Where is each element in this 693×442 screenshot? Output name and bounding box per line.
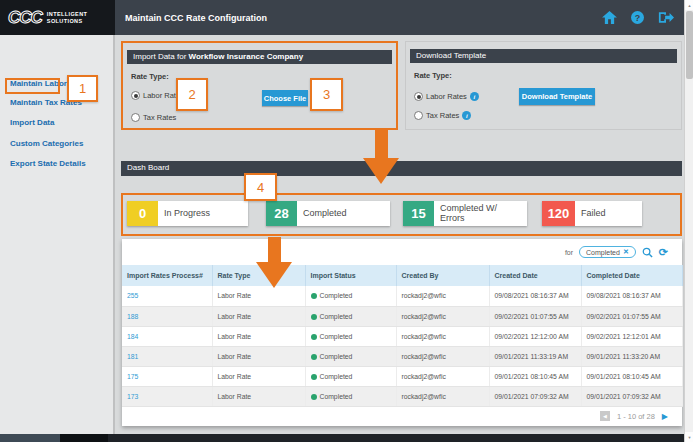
radio-unselected-icon[interactable] — [131, 113, 140, 122]
help-icon[interactable]: ? — [631, 11, 644, 24]
failed-count: 120 — [542, 201, 575, 226]
stat-card-in-progress: 0 In Progress — [127, 201, 248, 226]
bottom-bar-segment — [0, 434, 60, 442]
annotation-step-2: 2 — [176, 78, 208, 111]
status-dot-icon — [311, 394, 317, 400]
chip-close-icon[interactable]: ✕ — [623, 248, 629, 256]
process-link[interactable]: 175 — [127, 373, 138, 380]
vertical-scrollbar[interactable]: ▲ ▼ — [684, 0, 693, 442]
home-icon[interactable] — [602, 11, 617, 24]
table-row: 184 Labor Rate Completed rockadj2@wfic 0… — [122, 326, 682, 346]
status-text: Completed — [320, 353, 353, 360]
download-labor-rates-radio[interactable]: Labor Rates i — [414, 92, 479, 101]
logout-icon[interactable] — [658, 11, 674, 24]
in-progress-count: 0 — [127, 201, 158, 226]
col-import-status[interactable]: Import Status — [305, 265, 396, 286]
annotation-step-1: 1 — [67, 75, 98, 102]
annotation-step-3: 3 — [310, 78, 343, 111]
dashboard-header: Dash Board — [121, 161, 682, 176]
table-row: 175 Labor Rate Completed rockadj2@wfic 0… — [122, 366, 682, 386]
col-created-date[interactable]: Created Date — [489, 265, 581, 286]
app-logo: CCC INTELLIGENT SOLUTIONS — [0, 0, 115, 35]
download-tax-rates-radio[interactable]: Tax Rates i — [414, 111, 471, 120]
sidebar-item-export-state-details[interactable]: Export State Details — [10, 159, 86, 168]
status-text: Completed — [320, 292, 353, 299]
stat-card-failed: 120 Failed — [542, 201, 642, 226]
process-link[interactable]: 184 — [127, 333, 138, 340]
import-history-table: Import Rates Process# Rate Type Import S… — [122, 265, 683, 407]
radio-selected-icon[interactable] — [131, 91, 140, 100]
import-history-table-panel: for Completed ✕ ⟳ Import Rates Process# … — [122, 239, 682, 426]
completed-count: 28 — [266, 201, 297, 226]
table-row: 188 Labor Rate Completed rockadj2@wfic 0… — [122, 306, 682, 326]
process-link[interactable]: 255 — [127, 292, 138, 299]
ccc-logo-icon: CCC — [8, 8, 42, 28]
sidebar-item-import-data[interactable]: Import Data — [10, 118, 54, 127]
download-template-panel: Download Template Rate Type: Labor Rates… — [405, 41, 682, 130]
top-header-bar: Maintain CCC Rate Configuration ? — [115, 0, 684, 35]
logo-tagline: INTELLIGENT SOLUTIONS — [47, 11, 87, 24]
sidebar-item-custom-categories[interactable]: Custom Categories — [10, 139, 83, 148]
status-dot-icon — [311, 314, 317, 320]
download-template-button[interactable]: Download Template — [519, 88, 595, 105]
process-link[interactable]: 188 — [127, 313, 138, 320]
radio-selected-icon[interactable] — [414, 92, 423, 101]
status-text: Completed — [320, 333, 353, 340]
company-name: Workflow Insurance Company — [189, 52, 304, 61]
status-text: Completed — [320, 373, 353, 380]
table-row: 173 Labor Rate Completed rockadj2@wfic 0… — [122, 386, 682, 406]
bottom-edge-bar — [0, 434, 693, 442]
choose-file-button[interactable]: Choose File — [262, 90, 308, 106]
pagination-range: 1 - 10 of 28 — [617, 412, 655, 421]
process-link[interactable]: 181 — [127, 353, 138, 360]
page-title: Maintain CCC Rate Configuration — [125, 13, 267, 23]
import-rate-type-label: Rate Type: — [131, 72, 169, 81]
status-text: Completed — [320, 313, 353, 320]
pagination-prev-icon[interactable]: ◀ — [600, 411, 610, 421]
completed-filter-chip[interactable]: Completed ✕ — [579, 246, 636, 258]
table-pagination: ◀ 1 - 10 of 28 ▶ — [122, 407, 682, 426]
table-filter-row: for Completed ✕ ⟳ — [122, 239, 682, 265]
scroll-down-icon[interactable]: ▼ — [685, 432, 693, 442]
col-process[interactable]: Import Rates Process# — [122, 265, 212, 286]
table-header-row: Import Rates Process# Rate Type Import S… — [122, 265, 682, 286]
search-icon[interactable] — [642, 247, 653, 258]
download-panel-header: Download Template — [410, 49, 677, 63]
scrollbar-thumb[interactable] — [686, 11, 693, 79]
pagination-next-icon[interactable]: ▶ — [662, 412, 668, 421]
tax-rates-info-icon[interactable]: i — [462, 111, 471, 120]
completed-w-errors-count: 15 — [403, 201, 434, 226]
status-dot-icon — [311, 354, 317, 360]
import-panel-header: Import Data for Workflow Insurance Compa… — [127, 50, 392, 64]
process-link[interactable]: 173 — [127, 393, 138, 400]
col-rate-type[interactable]: Rate Type — [212, 265, 305, 286]
download-rate-type-label: Rate Type: — [414, 71, 452, 80]
radio-unselected-icon[interactable] — [414, 111, 423, 120]
table-row: 181 Labor Rate Completed rockadj2@wfic 0… — [122, 346, 682, 366]
stat-card-completed: 28 Completed — [266, 201, 390, 226]
status-dot-icon — [311, 293, 317, 299]
stat-card-completed-w-errors: 15 Completed W/ Errors — [403, 201, 527, 226]
refresh-icon[interactable]: ⟳ — [659, 247, 668, 258]
bottom-bar-segment — [60, 434, 108, 442]
import-tax-rates-radio[interactable]: Tax Rates — [131, 113, 176, 122]
filter-for-label: for — [565, 249, 573, 256]
labor-rates-info-icon[interactable]: i — [470, 92, 479, 101]
status-text: Completed — [320, 393, 353, 400]
table-row: 255 Labor Rate Completed rockadj2@wfic 0… — [122, 286, 682, 306]
import-data-panel: Import Data for Workflow Insurance Compa… — [121, 41, 398, 130]
col-completed-date[interactable]: Completed Date — [581, 265, 682, 286]
status-dot-icon — [311, 334, 317, 340]
annotation-step-4: 4 — [244, 173, 277, 201]
col-created-by[interactable]: Created By — [396, 265, 489, 286]
status-dot-icon — [311, 374, 317, 380]
scroll-up-icon[interactable]: ▲ — [685, 0, 693, 10]
